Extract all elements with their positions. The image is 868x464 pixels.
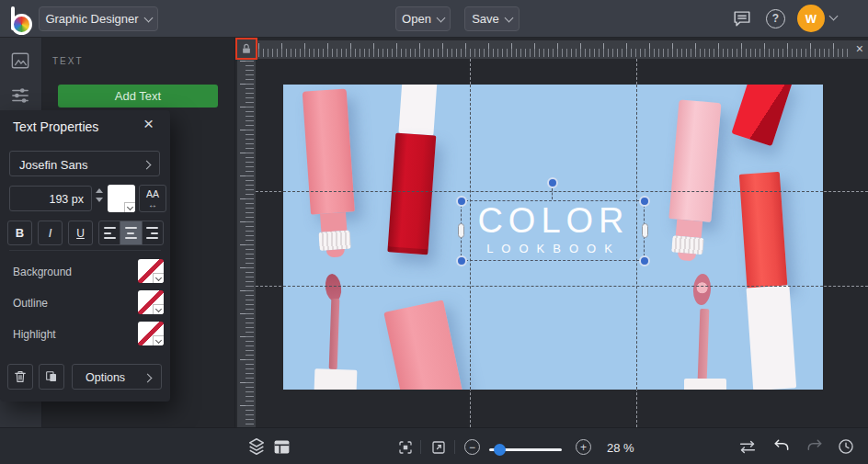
underline-button[interactable]: U [68,221,93,245]
history-button[interactable] [837,437,855,456]
image-icon [10,51,30,70]
font-size-stepper [96,188,103,202]
toolbar-divider [454,440,455,454]
chevron-right-icon [143,161,152,170]
zoom-level-value: 28 % [607,441,634,455]
highlight-label: Highlight [13,328,56,341]
resize-handle-bottom-left[interactable] [456,255,467,266]
chat-icon[interactable] [731,8,753,28]
letter-size-button[interactable]: AA ↔ [139,185,166,212]
coral-tube-right [737,172,796,390]
resize-handle-left[interactable] [458,223,464,238]
pink-tube-bottom-left [383,300,463,390]
resize-handle-top-left[interactable] [456,196,467,207]
font-size-value: 193 px [49,193,84,206]
applicator-tip-right [692,273,712,305]
background-color-swatch[interactable] [138,259,164,283]
applicator-stick-right [698,309,710,382]
swatch-dropdown-icon [153,304,164,314]
align-group [98,221,164,245]
text-properties-panel: Text Properties × Josefin Sans 193 px AA… [0,110,170,402]
bold-button[interactable]: B [7,221,32,245]
delete-button[interactable] [7,364,33,390]
font-select[interactable]: Josefin Sans [9,151,160,176]
avatar-initial: W [805,12,817,26]
vertical-ruler[interactable] [237,59,256,427]
options-label: Options [86,371,125,384]
fit-screen-button[interactable] [397,439,414,456]
add-text-button[interactable]: Add Text [58,85,218,108]
chevron-down-icon [436,13,445,22]
redo-icon [805,438,824,455]
logo-colorwheel [11,14,32,35]
outline-color-swatch[interactable] [138,290,164,314]
open-in-new-icon [430,439,447,456]
sidebar-item-adjust[interactable] [10,86,30,105]
compare-button[interactable] [737,440,758,454]
lock-icon [240,42,253,55]
align-left-button[interactable] [99,221,120,244]
applicator-base-left [314,368,358,390]
open-in-new-button[interactable] [430,439,447,456]
app-menu-button[interactable]: Graphic Designer [39,6,158,31]
text-color-swatch[interactable] [108,185,135,212]
sidebar-item-images[interactable] [10,51,30,70]
panel-divider [9,250,161,251]
history-clock-icon [837,437,855,456]
minus-glyph: − [469,442,475,453]
undo-icon [772,438,791,455]
resize-handle-top-right[interactable] [639,196,650,207]
font-name: Josefin Sans [19,158,87,172]
horizontal-ruler[interactable]: × [257,40,868,59]
trash-icon [13,369,28,384]
options-button[interactable]: Options [72,364,162,390]
font-size-input[interactable]: 193 px [9,186,92,211]
layers-button[interactable] [246,436,267,457]
chevron-down-icon [504,13,513,22]
stepper-down-icon[interactable] [96,198,103,202]
redo-button[interactable] [805,438,824,455]
guide-horizontal-top-overlay [283,191,823,192]
toolbar-divider [420,440,421,454]
close-icon[interactable]: × [143,114,154,134]
resize-handle-right[interactable] [642,223,648,238]
background-label: Background [13,266,72,278]
swatch-dropdown-icon [153,335,164,345]
chevron-down-icon [143,13,153,22]
help-icon[interactable]: ? [766,9,785,28]
rotate-handle-connector [552,188,553,199]
text-selection-box[interactable] [461,200,645,261]
zoom-in-button[interactable]: + [576,439,591,455]
ruler-minor-ticks [246,61,254,425]
help-glyph: ? [772,12,779,25]
width-arrow-icon: ↔ [140,200,166,209]
account-chevron-down-icon[interactable] [829,12,839,21]
undo-button[interactable] [772,438,791,455]
save-button[interactable]: Save [464,6,520,31]
zoom-out-button[interactable]: − [464,439,480,455]
rotate-handle[interactable] [547,177,558,188]
stepper-up-icon[interactable] [96,188,103,193]
duplicate-icon [44,369,59,384]
red-cap-top-right [731,85,793,146]
open-button[interactable]: Open [395,6,451,31]
ruler-close-icon[interactable]: × [856,41,863,56]
resize-handle-bottom-right[interactable] [639,255,650,266]
canvas-manager-button[interactable] [272,437,291,457]
align-center-button[interactable] [120,221,142,244]
align-right-button[interactable] [143,221,163,244]
befunky-logo-icon[interactable] [9,6,33,30]
duplicate-button[interactable] [39,364,64,390]
avatar[interactable]: W [797,5,825,32]
swatch-dropdown-icon [124,202,135,212]
chevron-right-icon [143,374,153,383]
sliders-icon [10,86,30,105]
highlight-color-swatch[interactable] [138,322,164,345]
applicator-stick-left [329,299,340,369]
bottom-toolbar: − + 28 % [0,427,868,464]
lock-guides-button[interactable] [235,38,257,60]
italic-button[interactable]: I [38,221,63,245]
plus-glyph: + [580,442,587,453]
panel-title: Text Properties [13,119,98,134]
zoom-slider-knob[interactable] [494,444,506,456]
